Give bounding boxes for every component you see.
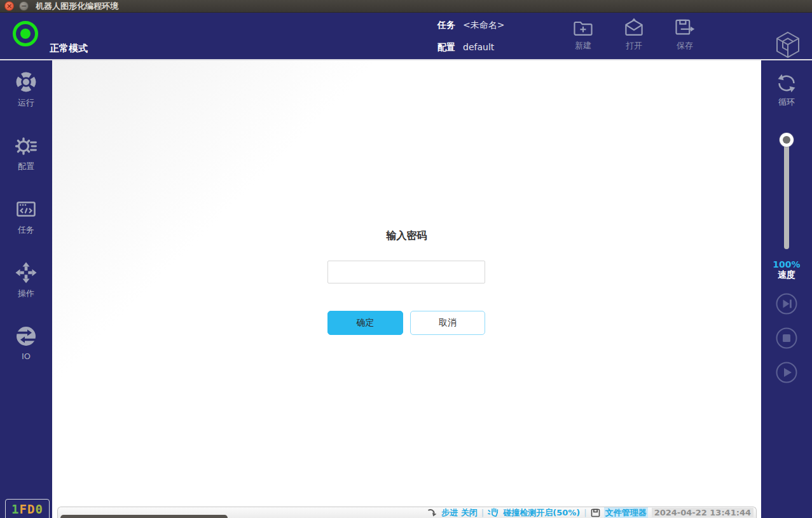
open-task-label: 打开 xyxy=(614,40,654,51)
skip-next-icon xyxy=(776,293,797,315)
window-title: 机器人图形化编程环境 xyxy=(36,0,118,13)
sidebar-task-label: 任务 xyxy=(0,224,52,236)
play-button[interactable] xyxy=(776,362,797,386)
config-label: 配置 xyxy=(437,42,455,52)
task-label: 任务 xyxy=(437,20,455,30)
collision-detection-status[interactable]: 碰撞检测开启(50%) xyxy=(503,507,580,518)
right-sidebar: 循环 100% 速度 xyxy=(761,60,812,518)
status-timestamp: 2024-04-22 13:41:44 xyxy=(652,508,754,517)
gear-settings-icon xyxy=(15,134,38,157)
sidebar-config-label: 配置 xyxy=(0,161,52,172)
step-mode-status[interactable]: 步进 关闭 xyxy=(441,507,478,518)
top-navbar: 正常模式 任务<未命名> 配置default 新建 打开 xyxy=(0,13,812,60)
sidebar-run-label: 运行 xyxy=(0,97,52,109)
open-task-button[interactable]: 打开 xyxy=(614,17,654,51)
task-row: 任务<未命名> xyxy=(437,20,504,31)
loop-cycle-icon xyxy=(775,73,798,93)
move-arrows-icon xyxy=(15,261,38,284)
code-char: F xyxy=(20,502,27,516)
loop-label: 循环 xyxy=(761,97,812,108)
mode-label: 正常模式 xyxy=(50,43,88,55)
stop-button[interactable] xyxy=(776,327,797,351)
speed-readout: 100% 速度 xyxy=(761,259,812,280)
task-value: <未命名> xyxy=(463,20,504,30)
main-content: 输入密码 确定 取消 步进 关闭 | xyxy=(52,60,761,518)
register-code-box[interactable]: 1FD0 xyxy=(5,499,50,518)
code-char: 0 xyxy=(35,502,43,516)
mode-indicator-icon xyxy=(13,21,38,46)
code-char: D xyxy=(27,502,35,516)
cancel-button[interactable]: 取消 xyxy=(410,311,485,335)
speed-slider-track[interactable] xyxy=(784,137,789,249)
confirm-button[interactable]: 确定 xyxy=(327,311,403,335)
save-floppy-icon xyxy=(673,17,696,39)
step-forward-button[interactable] xyxy=(776,293,797,317)
config-value: default xyxy=(463,42,494,52)
app-window: × − 机器人图形化编程环境 正常模式 任务<未命名> 配置default 新建 xyxy=(0,0,812,518)
stop-square-icon xyxy=(776,327,797,349)
collision-hand-icon xyxy=(488,508,499,517)
new-folder-icon xyxy=(572,17,595,39)
save-task-button[interactable]: 保存 xyxy=(664,17,705,51)
left-sidebar: 运行 配置 xyxy=(0,60,52,518)
sidebar-item-operate[interactable]: 操作 xyxy=(0,261,52,299)
sidebar-io-label: IO xyxy=(0,351,52,361)
run-target-icon xyxy=(15,71,38,93)
play-triangle-icon xyxy=(776,362,797,383)
password-input[interactable] xyxy=(327,261,485,283)
file-manager-disk-icon xyxy=(591,508,600,517)
step-mode-icon xyxy=(427,508,437,517)
status-bar: 步进 关闭 | 碰撞检测开启(50%) | xyxy=(427,507,754,518)
status-separator: | xyxy=(481,508,484,517)
code-char: 1 xyxy=(11,502,19,516)
save-task-label: 保存 xyxy=(664,40,705,51)
sidebar-item-io[interactable]: IO xyxy=(0,325,52,361)
status-separator: | xyxy=(584,508,586,517)
brand-cube-logo-icon xyxy=(773,30,803,60)
config-row: 配置default xyxy=(437,42,494,53)
io-arrows-icon xyxy=(15,325,38,348)
sidebar-item-config[interactable]: 配置 xyxy=(0,134,52,172)
window-titlebar: × − 机器人图形化编程环境 xyxy=(0,0,812,13)
window-minimize-button[interactable]: − xyxy=(19,1,29,11)
sidebar-operate-label: 操作 xyxy=(0,288,52,299)
code-window-icon xyxy=(15,198,38,221)
file-manager-link[interactable]: 文件管理器 xyxy=(604,507,648,518)
loop-mode-button[interactable]: 循环 xyxy=(761,73,812,108)
sidebar-item-run[interactable]: 运行 xyxy=(0,71,52,109)
open-envelope-icon xyxy=(623,17,645,39)
speed-slider-knob[interactable] xyxy=(780,133,794,147)
new-task-label: 新建 xyxy=(563,40,603,51)
speed-label: 速度 xyxy=(761,269,812,280)
password-dialog-title: 输入密码 xyxy=(52,229,761,243)
window-close-button[interactable]: × xyxy=(4,1,14,11)
speed-percent-value: 100% xyxy=(761,259,812,269)
bottom-drawer-handle[interactable] xyxy=(60,515,228,518)
new-task-button[interactable]: 新建 xyxy=(563,17,603,51)
sidebar-item-task[interactable]: 任务 xyxy=(0,198,52,236)
